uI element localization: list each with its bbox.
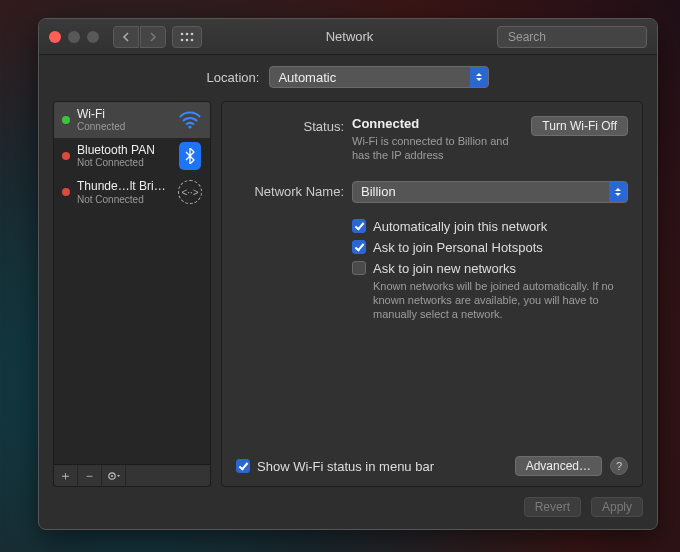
advanced-button[interactable]: Advanced… xyxy=(515,456,602,476)
gear-icon xyxy=(107,470,121,482)
location-row: Location: Automatic xyxy=(39,55,657,99)
forward-button[interactable] xyxy=(140,26,166,48)
network-name-label: Network Name: xyxy=(236,184,352,199)
svg-point-1 xyxy=(186,32,189,35)
apply-button[interactable]: Apply xyxy=(591,497,643,517)
connection-name: Wi-Fi xyxy=(77,108,171,121)
connection-name: Thunde…lt Bridge xyxy=(77,180,171,193)
svg-point-0 xyxy=(181,32,184,35)
window-controls xyxy=(49,31,99,43)
status-dot xyxy=(62,188,70,196)
checkbox-icon xyxy=(352,240,366,254)
checkbox-icon xyxy=(352,261,366,275)
network-name-value: Billion xyxy=(361,184,396,199)
connection-status: Not Connected xyxy=(77,194,171,205)
minimize-button[interactable] xyxy=(68,31,80,43)
chevron-up-down-icon xyxy=(470,67,488,87)
bluetooth-icon xyxy=(178,144,202,168)
search-input[interactable] xyxy=(508,30,658,44)
svg-point-2 xyxy=(191,32,194,35)
status-value: Connected xyxy=(352,116,521,131)
connections-sidebar: Wi-Fi Connected Bluetooth PAN Not Connec… xyxy=(53,101,211,487)
status-description: Wi-Fi is connected to Billion and has th… xyxy=(352,134,521,163)
show-all-button[interactable] xyxy=(172,26,202,48)
network-name-select[interactable]: Billion xyxy=(352,181,628,203)
asknew-description: Known networks will be joined automatica… xyxy=(373,279,623,322)
svg-point-3 xyxy=(181,38,184,41)
wifi-icon xyxy=(178,108,202,132)
connection-status: Connected xyxy=(77,121,171,132)
asknew-label: Ask to join new networks xyxy=(373,261,623,276)
checkbox-icon xyxy=(236,459,250,473)
search-field-wrap[interactable] xyxy=(497,26,647,48)
wifi-toggle-button[interactable]: Turn Wi-Fi Off xyxy=(531,116,628,136)
titlebar: Network xyxy=(39,19,657,55)
back-button[interactable] xyxy=(113,26,139,48)
location-value: Automatic xyxy=(278,70,336,85)
svg-point-5 xyxy=(191,38,194,41)
help-button[interactable]: ? xyxy=(610,457,628,475)
detail-panel: Status: Connected Wi-Fi is connected to … xyxy=(221,101,643,487)
remove-connection-button[interactable]: － xyxy=(78,465,102,486)
thunderbolt-icon: <··> xyxy=(178,180,202,204)
show-menu-checkbox-row[interactable]: Show Wi-Fi status in menu bar xyxy=(236,459,434,474)
location-select[interactable]: Automatic xyxy=(269,66,489,88)
asknew-checkbox-row[interactable]: Ask to join new networks Known networks … xyxy=(352,261,628,322)
sidebar-item-bluetooth-pan[interactable]: Bluetooth PAN Not Connected xyxy=(54,138,210,174)
close-button[interactable] xyxy=(49,31,61,43)
svg-point-10 xyxy=(110,474,112,476)
location-label: Location: xyxy=(207,70,260,85)
bottom-buttons: Revert Apply xyxy=(39,487,657,529)
svg-point-4 xyxy=(186,38,189,41)
zoom-button[interactable] xyxy=(87,31,99,43)
connection-name: Bluetooth PAN xyxy=(77,144,171,157)
add-connection-button[interactable]: ＋ xyxy=(54,465,78,486)
hotspots-checkbox-row[interactable]: Ask to join Personal Hotspots xyxy=(352,240,628,255)
sidebar-item-thunderbolt-bridge[interactable]: Thunde…lt Bridge Not Connected <··> xyxy=(54,174,210,210)
sidebar-item-wifi[interactable]: Wi-Fi Connected xyxy=(54,102,210,138)
sidebar-actions: ＋ － xyxy=(53,465,211,487)
auto-join-label: Automatically join this network xyxy=(373,219,547,234)
show-menu-label: Show Wi-Fi status in menu bar xyxy=(257,459,434,474)
connections-list: Wi-Fi Connected Bluetooth PAN Not Connec… xyxy=(53,101,211,465)
connection-status: Not Connected xyxy=(77,157,171,168)
status-dot xyxy=(62,116,70,124)
auto-join-checkbox-row[interactable]: Automatically join this network xyxy=(352,219,628,234)
chevron-up-down-icon xyxy=(609,182,627,202)
svg-point-8 xyxy=(188,125,191,128)
status-label: Status: xyxy=(236,116,352,134)
checkbox-icon xyxy=(352,219,366,233)
status-dot xyxy=(62,152,70,160)
window-title: Network xyxy=(202,29,497,44)
network-preferences-window: Network Location: Automatic Wi-Fi Connec… xyxy=(38,18,658,530)
revert-button[interactable]: Revert xyxy=(524,497,581,517)
hotspots-label: Ask to join Personal Hotspots xyxy=(373,240,543,255)
connection-options-button[interactable] xyxy=(102,465,126,486)
nav-back-forward xyxy=(113,26,166,48)
